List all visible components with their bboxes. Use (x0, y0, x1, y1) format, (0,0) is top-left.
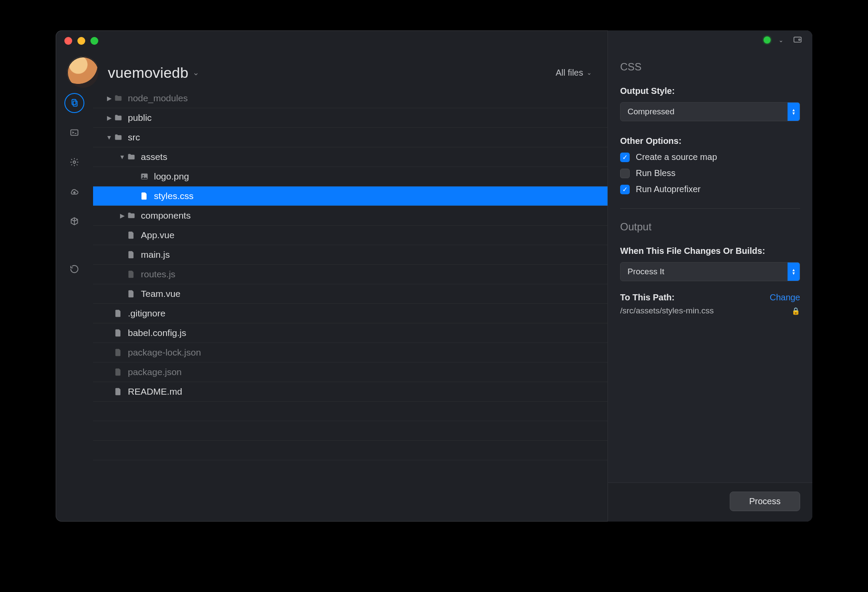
folder-icon (113, 94, 124, 103)
file-name-label: README.md (128, 386, 182, 397)
folder-row[interactable]: ▶components (93, 206, 608, 226)
svg-point-1 (799, 39, 800, 40)
disclosure-arrow-icon[interactable]: ▶ (105, 95, 113, 102)
close-window-button[interactable] (64, 37, 72, 45)
preview-toggle-icon[interactable] (791, 36, 804, 44)
left-region: vuemoviedb ⌄ All files ⌄ (56, 30, 608, 522)
file-row[interactable]: babel.config.js (93, 323, 608, 343)
file-row[interactable]: Team.vue (93, 284, 608, 304)
titlebar: ⌄ (56, 30, 812, 51)
empty-row (93, 441, 608, 460)
disclosure-arrow-icon[interactable]: ▼ (118, 153, 126, 160)
to-path-label: To This Path: (620, 293, 674, 303)
folder-row[interactable]: ▼src (93, 128, 608, 147)
process-button[interactable]: Process (730, 492, 800, 511)
svg-point-7 (143, 175, 144, 176)
sidebar-tab-refresh[interactable] (64, 259, 84, 279)
file-name-label: .gitignore (128, 308, 165, 319)
file-name-label: src (128, 132, 140, 143)
file-row[interactable]: .gitignore (93, 304, 608, 323)
option-source-map[interactable]: ✓ Create a source map (620, 152, 800, 162)
file-row[interactable]: logo.png (93, 167, 608, 186)
file-name-label: logo.png (154, 171, 189, 182)
project-name-dropdown[interactable]: vuemoviedb ⌄ (108, 64, 200, 81)
project-avatar[interactable] (67, 57, 99, 89)
panel-footer: Process (608, 482, 812, 522)
file-name-label: package-lock.json (128, 347, 201, 358)
folder-icon (113, 133, 124, 142)
change-path-link[interactable]: Change (770, 293, 800, 303)
file-name-label: Team.vue (141, 289, 180, 299)
folder-row[interactable]: ▶node_modules (93, 89, 608, 108)
folder-row[interactable]: ▼assets (93, 147, 608, 167)
folder-icon (126, 153, 137, 161)
chevron-down-icon: ⌄ (587, 69, 592, 76)
file-tree: ▶node_modules▶public▼src▼assetslogo.pngs… (93, 89, 608, 522)
file-icon (126, 250, 137, 259)
file-icon (113, 387, 124, 396)
empty-row (93, 402, 608, 421)
when-changes-label: When This File Changes Or Builds: (620, 246, 800, 256)
file-name-label: public (128, 113, 152, 123)
file-row[interactable]: App.vue (93, 226, 608, 245)
window-controls (64, 37, 98, 45)
project-name: vuemoviedb (108, 64, 188, 81)
file-icon (113, 348, 124, 357)
minimize-window-button[interactable] (77, 37, 85, 45)
zoom-window-button[interactable] (90, 37, 98, 45)
option-label: Run Autoprefixer (636, 184, 701, 194)
file-icon (126, 231, 137, 239)
sidebar-tab-packages[interactable] (64, 211, 84, 231)
file-row[interactable]: styles.css (93, 186, 608, 206)
file-filter-dropdown[interactable]: All files ⌄ (556, 68, 592, 78)
output-path-value: /src/assets/styles-min.css (620, 306, 714, 316)
output-style-value: Compressed (621, 107, 788, 116)
folder-row[interactable]: ▶public (93, 108, 608, 128)
sidebar-tab-cloud[interactable] (64, 182, 84, 202)
sidebar-tab-settings[interactable] (64, 152, 84, 172)
file-row[interactable]: README.md (93, 382, 608, 402)
sidebar-tab-files[interactable] (64, 93, 84, 113)
file-icon (113, 368, 124, 376)
sidebar-tab-rail (56, 89, 93, 522)
sidebar-tab-terminal[interactable] (64, 123, 84, 143)
file-filter-label: All files (556, 68, 583, 78)
other-options-label: Other Options: (620, 136, 800, 146)
image-icon (139, 172, 150, 181)
select-stepper-icon: ▲▼ (788, 103, 800, 121)
file-name-label: routes.js (141, 269, 175, 279)
file-name-label: babel.config.js (128, 328, 186, 338)
disclosure-arrow-icon[interactable]: ▶ (118, 212, 126, 219)
chevron-down-icon: ⌄ (193, 68, 199, 77)
file-icon (126, 270, 137, 279)
status-menu-chevron-icon[interactable]: ⌄ (778, 37, 784, 43)
file-row[interactable]: package-lock.json (93, 343, 608, 363)
lock-icon: 🔒 (791, 307, 800, 315)
select-stepper-icon: ▲▼ (788, 263, 800, 281)
file-row[interactable]: routes.js (93, 265, 608, 284)
file-icon (113, 329, 124, 337)
option-autoprefixer[interactable]: ✓ Run Autoprefixer (620, 184, 800, 194)
option-run-bless[interactable]: Run Bless (620, 168, 800, 178)
checkbox-on-icon: ✓ (620, 153, 630, 162)
file-row[interactable]: package.json (93, 363, 608, 382)
disclosure-arrow-icon[interactable]: ▼ (105, 134, 113, 141)
file-icon (139, 192, 150, 200)
svg-point-5 (73, 161, 76, 163)
file-name-label: components (141, 210, 190, 221)
when-changes-value: Process It (621, 267, 788, 276)
empty-row (93, 421, 608, 441)
disclosure-arrow-icon[interactable]: ▶ (105, 114, 113, 121)
when-changes-select[interactable]: Process It ▲▼ (620, 262, 800, 281)
svg-rect-4 (71, 130, 78, 136)
file-icon (113, 309, 124, 318)
panel-section-title-output: Output (620, 221, 800, 233)
file-name-label: main.js (141, 249, 170, 260)
panel-section-title-css: CSS (620, 61, 800, 73)
server-status-indicator (764, 37, 771, 43)
output-style-select[interactable]: Compressed ▲▼ (620, 102, 800, 121)
file-name-label: App.vue (141, 230, 174, 240)
inspector-panel: CSS Output Style: Compressed ▲▼ Other Op… (608, 30, 812, 522)
file-row[interactable]: main.js (93, 245, 608, 265)
option-label: Create a source map (636, 152, 717, 162)
